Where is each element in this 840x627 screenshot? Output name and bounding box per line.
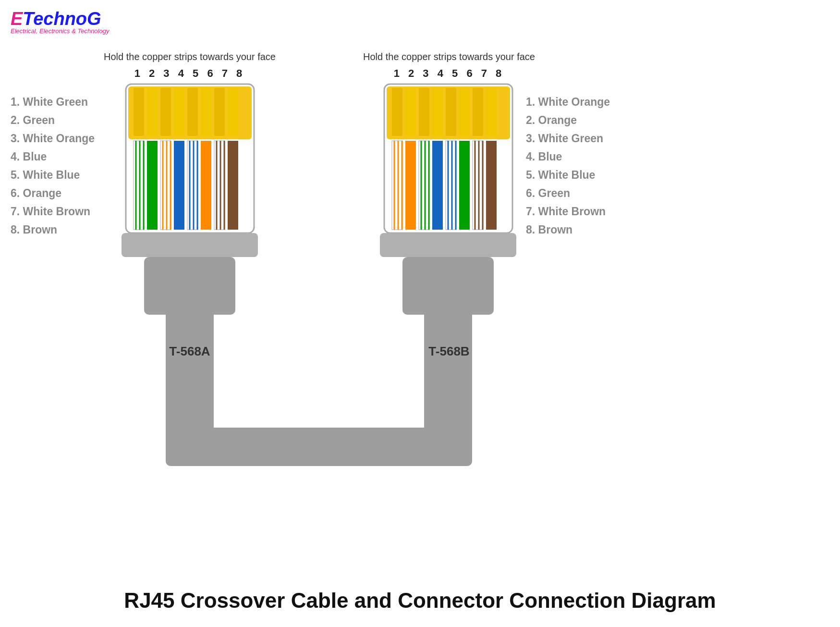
right-wire-6 <box>459 141 470 230</box>
left-wire-label-6: 6. Orange <box>11 187 61 199</box>
left-wire-8 <box>228 141 238 230</box>
left-wire-label-1: 1. White Green <box>11 96 88 108</box>
right-pin-7 <box>473 88 483 136</box>
right-pin-8 <box>486 88 497 136</box>
instruction-left: Hold the copper strips towards your face <box>104 51 276 62</box>
left-wire-4 <box>174 141 184 230</box>
left-pin-5 <box>187 88 198 136</box>
right-wire-label-6: 6. Green <box>526 187 570 199</box>
left-pin-3 <box>160 88 171 136</box>
left-wire-label-7: 7. White Brown <box>11 205 90 218</box>
left-wire-2 <box>147 141 158 230</box>
right-wire-4 <box>432 141 443 230</box>
left-wire-label-2: 2. Green <box>11 114 55 126</box>
left-pin-6 <box>201 88 211 136</box>
left-wire-label-8: 8. Brown <box>11 223 57 236</box>
right-wire-label-2: 2. Orange <box>526 114 577 126</box>
left-pin-4 <box>174 88 184 136</box>
left-wire-6 <box>201 141 211 230</box>
right-pin-4 <box>432 88 443 136</box>
instruction-right: Hold the copper strips towards your face <box>363 51 535 62</box>
right-pin-6 <box>459 88 470 136</box>
right-wire-label-4: 4. Blue <box>526 150 562 163</box>
right-wire-label-1: 1. White Orange <box>526 96 610 108</box>
right-pin-3 <box>419 88 429 136</box>
right-pin-1 <box>392 88 402 136</box>
right-wire-2 <box>405 141 416 230</box>
label-568b: T-568B <box>428 344 469 358</box>
left-wire-label-4: 4. Blue <box>11 150 47 163</box>
diagram-title-container: RJ45 Crossover Cable and Connector Conne… <box>0 589 840 613</box>
diagram-title: RJ45 Crossover Cable and Connector Conne… <box>124 589 716 612</box>
left-pin-7 <box>214 88 225 136</box>
right-pin-2 <box>405 88 416 136</box>
left-wire-5-bg <box>187 141 198 230</box>
right-body <box>402 257 494 315</box>
left-wire-label-3: 3. White Orange <box>11 132 95 145</box>
left-pin-1 <box>134 88 144 136</box>
right-wire-3-bg <box>419 141 429 230</box>
right-wire-7-bg <box>473 141 483 230</box>
left-pin-8 <box>228 88 238 136</box>
cable-right-down <box>424 411 472 440</box>
right-wire-1-bg <box>392 141 402 230</box>
right-wire-label-5: 5. White Blue <box>526 169 595 181</box>
right-stem <box>424 315 472 411</box>
right-pin-5 <box>446 88 456 136</box>
left-wire-7-bg <box>214 141 225 230</box>
right-wire-5-bg <box>446 141 456 230</box>
right-wire-8 <box>486 141 497 230</box>
pin-numbers-right: 1 2 3 4 5 6 7 8 <box>394 67 505 79</box>
left-stem <box>166 315 214 411</box>
left-wire-3-bg <box>160 141 171 230</box>
right-latch <box>380 233 516 257</box>
left-wire-label-5: 5. White Blue <box>11 169 80 181</box>
pin-numbers-left: 1 2 3 4 5 6 7 8 <box>134 67 245 79</box>
right-wire-label-8: 8. Brown <box>526 223 572 236</box>
right-wire-label-3: 3. White Green <box>526 132 603 145</box>
left-pin-2 <box>147 88 158 136</box>
label-568a: T-568A <box>169 344 210 358</box>
right-wire-label-7: 7. White Brown <box>526 205 606 218</box>
left-wire-1-bg <box>134 141 144 230</box>
main-diagram: Hold the copper strips towards your face… <box>0 0 840 529</box>
left-latch <box>122 233 258 257</box>
left-body <box>144 257 235 315</box>
